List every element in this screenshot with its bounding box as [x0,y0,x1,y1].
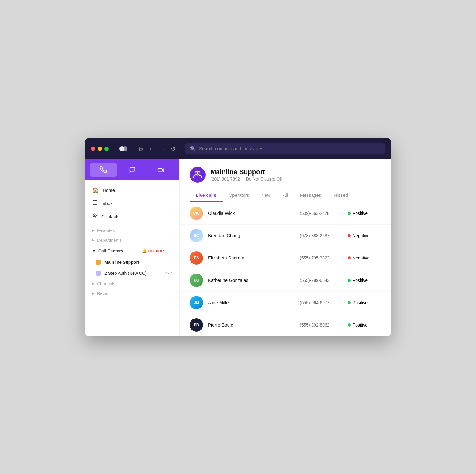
sidebar-item-contacts[interactable]: Contacts [85,210,179,223]
profile-info: Mainline Support (201) 301-7892 Do Not D… [210,168,282,181]
favorites-label: Favorites [97,228,115,233]
contact-avatar: CW [190,207,203,220]
tab-video[interactable] [147,163,175,177]
contact-row[interactable]: KG Katherine Gonzales (555)-789-6543 Pos… [180,269,391,292]
sentiment-dot [348,256,351,259]
sidebar-item-channels[interactable]: ▶ Channels [85,279,179,289]
contact-avatar: BC [190,229,203,242]
svg-point-1 [123,146,127,151]
sentiment-badge: Negative [348,233,381,238]
search-input[interactable] [199,146,380,151]
svg-rect-2 [158,168,162,172]
tab-operators[interactable]: Operators [223,189,255,202]
contact-phone: (555)-789-6543 [300,278,343,283]
sentiment-label: Negative [353,233,369,238]
svg-rect-3 [93,200,97,205]
contact-row[interactable]: ES Elizabeth Sharma (555)-795-3322 Negat… [180,247,391,269]
contact-phone: (509)-563-2478 [300,211,343,216]
profile-avatar [190,167,206,183]
sidebar-item-favorites[interactable]: ▶ Favorites [85,226,179,235]
sidebar-item-departments[interactable]: ▶ Departments [85,235,179,245]
off-duty-text: OFF DUTY [148,249,165,253]
profile-name: Mainline Support [210,168,282,176]
contact-row[interactable]: CW Claudia Wick (509)-563-2478 Positive [180,202,391,225]
refresh-button[interactable]: ↺ [171,145,176,152]
sentiment-badge: Positive [348,278,381,283]
sentiment-dot [348,323,351,327]
cc-color-dot-purple [96,271,101,276]
minimize-button[interactable] [98,147,102,151]
tab-all[interactable]: All [277,189,294,202]
contact-name: Brendan Chang [208,233,295,238]
tab-messages[interactable] [119,163,146,177]
call-center-mainline[interactable]: Mainline Support [85,257,179,268]
sidebar-item-inbox[interactable]: Inbox [85,197,179,210]
sentiment-label: Negative [353,256,369,260]
chevron-right-icon4: ▶ [92,292,95,295]
sentiment-label: Positive [353,278,368,283]
sidebar-item-inbox-label: Inbox [101,201,113,206]
tab-new[interactable]: New [255,189,277,202]
nav-controls: ⚙ ← → ↺ [138,145,176,152]
contact-name: Katherine Gonzales [208,278,295,283]
contact-name: Pierre Boule [208,322,295,327]
forward-button[interactable]: → [160,145,166,152]
contacts-icon [92,213,98,220]
chevron-right-icon2: ▶ [92,238,95,242]
sentiment-dot [348,212,351,215]
call-center-mainline-label: Mainline Support [104,260,139,265]
settings-button[interactable]: ⚙ [138,145,144,152]
sidebar-item-home[interactable]: 🏠 Home [85,184,179,197]
content-area: Mainline Support (201) 301-7892 Do Not D… [180,159,391,336]
inbox-icon [92,200,98,207]
sidebar-navigation: 🏠 Home Inbox Contacts ▶ [85,180,179,302]
search-icon: 🔍 [190,146,196,151]
profile-row: Mainline Support (201) 301-7892 Do Not D… [190,167,381,183]
contact-row[interactable]: JM Jane Miller (555)-964-6977 Positive [180,292,391,314]
app-window: ⚙ ← → ↺ 🔍 [85,138,391,336]
sentiment-badge: Positive [348,300,381,305]
contact-name: Jane Miller [208,300,295,305]
sentiment-label: Positive [353,323,368,327]
search-bar[interactable]: 🔍 [185,143,385,154]
departments-label: Departments [97,238,122,243]
tab-missed[interactable]: Missed [327,189,354,202]
tab-live-calls[interactable]: Live calls [190,189,223,202]
contact-row[interactable]: BC Brendan Chang (978)-888-2687 Negative [180,225,391,247]
contact-avatar: KG [190,274,203,287]
contact-phone: (978)-888-2687 [300,233,343,238]
contact-phone: (555)-795-3322 [300,256,343,260]
chevron-down-icon: ▼ [92,249,96,253]
off-duty-badge: 🔔 OFF DUTY [142,248,165,253]
sidebar: 🏠 Home Inbox Contacts ▶ [85,159,180,336]
sentiment-badge: Negative [348,256,381,260]
call-centers-label: Call Centers [98,248,140,253]
profile-meta: (201) 301-7892 Do Not Disturb: Off [210,177,282,181]
home-icon: 🏠 [92,187,99,194]
contact-name: Claudia Wick [208,211,295,216]
app-logo [118,143,129,154]
menu-icon[interactable]: ≡ [169,248,172,254]
contact-list: CW Claudia Wick (509)-563-2478 Positive … [180,202,391,336]
chevron-right-icon: ▶ [92,229,95,232]
chevron-right-icon3: ▶ [92,282,95,285]
sentiment-label: Positive [353,211,368,216]
maximize-button[interactable] [104,147,109,151]
tab-messages[interactable]: Messages [294,189,327,202]
tab-phone[interactable] [90,163,117,177]
sentiment-label: Positive [353,300,368,305]
main-layout: 🏠 Home Inbox Contacts ▶ [85,159,391,336]
call-centers-section[interactable]: ▼ Call Centers 🔔 OFF DUTY ≡ [85,245,179,257]
contact-phone: (555)-892-8962 [300,323,343,327]
sidebar-item-recent[interactable]: ▶ Recent [85,289,179,298]
cc-color-dot-yellow [96,260,101,265]
sidebar-item-home-label: Home [103,188,115,193]
back-button[interactable]: ← [149,145,155,152]
content-header: Mainline Support (201) 301-7892 Do Not D… [180,159,391,202]
contact-row[interactable]: PB Pierre Boule (555)-892-8962 Positive [180,314,391,336]
close-button[interactable] [91,147,95,151]
contact-phone: (555)-964-6977 [300,300,343,305]
call-center-stepauth[interactable]: 2 Step Auth (New CC) DND [85,268,179,279]
sentiment-dot [348,301,351,304]
sentiment-dot [348,279,351,282]
